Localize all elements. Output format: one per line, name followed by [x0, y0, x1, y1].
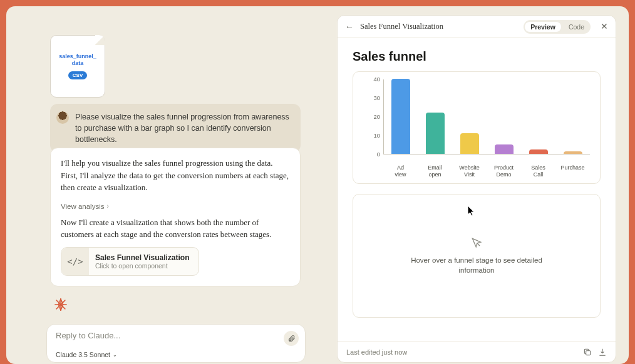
chevron-down-icon: ⌄: [113, 352, 117, 358]
chevron-right-icon: ›: [106, 203, 108, 210]
chart-card: 010203040 AdviewEmailopenWebsiteVisitPro…: [353, 71, 601, 184]
panel-body: Sales funnel 010203040 AdviewEmailopenWe…: [338, 38, 616, 341]
reply-input-container[interactable]: Reply to Claude... Claude 3.5 Sonnet ⌄: [46, 324, 306, 363]
claude-logo-icon: [54, 298, 68, 311]
bar[interactable]: [529, 149, 548, 154]
paperclip-icon: [287, 335, 296, 343]
assistant-message-card: I'll help you visualize the sales funnel…: [50, 148, 301, 286]
assistant-paragraph-1: I'll help you visualize the sales funnel…: [61, 157, 290, 194]
artifact-title: Sales Funnel Visualization: [95, 253, 190, 262]
view-analysis-label: View analysis: [61, 203, 104, 210]
y-tick-label: 10: [366, 132, 380, 139]
artifact-chip[interactable]: </> Sales Funnel Visualization Click to …: [61, 247, 199, 276]
view-analysis-link[interactable]: View analysis ›: [61, 203, 109, 210]
last-edited-text: Last edited just now: [346, 348, 577, 356]
reply-placeholder: Reply to Claude...: [56, 331, 296, 340]
attach-button[interactable]: [284, 331, 299, 346]
y-tick-label: 0: [366, 151, 380, 158]
bar[interactable]: [495, 144, 514, 154]
hover-hint-text: Hover over a funnel stage to see detaile…: [408, 255, 545, 275]
x-tick-label: Adview: [383, 164, 418, 178]
download-icon[interactable]: [598, 348, 607, 356]
copy-icon[interactable]: [583, 348, 592, 356]
panel-title: Sales Funnel Visualization: [360, 22, 517, 31]
close-icon[interactable]: ✕: [601, 21, 608, 32]
bar[interactable]: [426, 113, 445, 154]
pointer-icon: [470, 236, 483, 249]
hover-detail-card: Hover over a funnel stage to see detaile…: [353, 194, 601, 318]
artifact-subtitle: Click to open component: [95, 262, 190, 270]
user-message-text: Please visualize the sales funnel progre…: [75, 111, 292, 145]
model-name: Claude 3.5 Sonnet: [56, 351, 110, 358]
bar[interactable]: [391, 79, 410, 154]
file-fold-decoration: [95, 35, 105, 45]
file-attachment-card[interactable]: sales_funnel_ data CSV: [50, 35, 105, 98]
user-avatar: [56, 111, 69, 124]
x-tick-label: WebsiteVisit: [452, 164, 487, 178]
chart-heading: Sales funnel: [353, 49, 601, 64]
back-arrow-icon[interactable]: ←: [345, 22, 354, 32]
bar-chart-plot[interactable]: 010203040: [383, 79, 590, 154]
artifact-preview-panel: ← Sales Funnel Visualization Preview Cod…: [337, 15, 616, 363]
tab-preview[interactable]: Preview: [525, 22, 561, 32]
user-message-bubble: Please visualize the sales funnel progre…: [50, 104, 301, 153]
x-axis-labels: AdviewEmailopenWebsiteVisitProductDemoSa…: [383, 164, 590, 178]
bar[interactable]: [460, 133, 479, 154]
tab-code[interactable]: Code: [562, 21, 591, 33]
y-tick-label: 20: [366, 113, 380, 120]
x-tick-label: SalesCall: [521, 164, 555, 178]
y-tick-label: 40: [366, 76, 380, 83]
svg-rect-8: [586, 350, 591, 355]
preview-code-toggle: Preview Code: [524, 20, 591, 34]
x-tick-label: Purchase: [555, 164, 590, 178]
x-tick-label: ProductDemo: [487, 164, 521, 178]
panel-header: ← Sales Funnel Visualization Preview Cod…: [338, 16, 616, 38]
panel-footer: Last edited just now: [338, 341, 616, 362]
x-tick-label: Emailopen: [418, 164, 452, 178]
assistant-paragraph-2: Now I'll create a visualization that sho…: [61, 216, 290, 241]
model-selector[interactable]: Claude 3.5 Sonnet ⌄: [56, 351, 117, 358]
bar[interactable]: [564, 151, 582, 154]
code-icon: </>: [61, 248, 89, 275]
file-name: sales_funnel_ data: [51, 53, 105, 67]
y-tick-label: 30: [366, 94, 380, 101]
file-type-badge: CSV: [68, 71, 87, 79]
